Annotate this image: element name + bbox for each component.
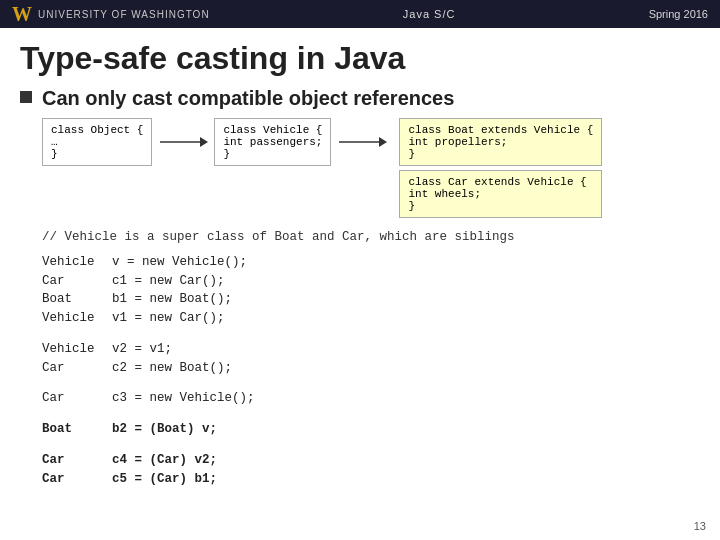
- object-line3: }: [51, 148, 143, 160]
- code-line-c1: Carc1 = new Car();: [42, 272, 700, 291]
- object-line1: class Object {: [51, 124, 143, 136]
- vehicle-line2: int passengers;: [223, 136, 322, 148]
- class-diagram: class Object { … } class Vehicle { int p…: [42, 118, 700, 218]
- code-block-5: Carc4 = (Car) v2; Carc5 = (Car) b1;: [42, 451, 700, 489]
- code-line-b1: Boatb1 = new Boat();: [42, 290, 700, 309]
- uw-logo: W UNIVERSITY of WASHINGTON: [12, 3, 210, 26]
- code-block-1: Vehiclev = new Vehicle(); Carc1 = new Ca…: [42, 253, 700, 328]
- car-class-box: class Car extends Vehicle { int wheels; …: [399, 170, 602, 218]
- code-comment: // Vehicle is a super class of Boat and …: [42, 228, 700, 247]
- bullet-icon: [20, 91, 32, 103]
- semester-label: Spring 2016: [649, 8, 708, 20]
- boat-line1: class Boat extends Vehicle {: [408, 124, 593, 136]
- boat-line3: }: [408, 148, 593, 160]
- code-section: // Vehicle is a super class of Boat and …: [42, 228, 700, 488]
- vehicle-line1: class Vehicle {: [223, 124, 322, 136]
- subclass-column: class Boat extends Vehicle { int propell…: [399, 118, 602, 218]
- arrow-vehicle-subclasses: [337, 132, 387, 152]
- code-line-c2: Carc2 = new Boat();: [42, 359, 700, 378]
- code-block-3: Carc3 = new Vehicle();: [42, 389, 700, 408]
- vehicle-class-box: class Vehicle { int passengers; }: [214, 118, 331, 166]
- code-line-b2: Boatb2 = (Boat) v;: [42, 420, 700, 439]
- car-line2: int wheels;: [408, 188, 593, 200]
- boat-class-box: class Boat extends Vehicle { int propell…: [399, 118, 602, 166]
- object-line2: …: [51, 136, 143, 148]
- code-line-c5: Carc5 = (Car) b1;: [42, 470, 700, 489]
- page-number: 13: [694, 520, 706, 532]
- slide-content: Type-safe casting in Java Can only cast …: [0, 28, 720, 498]
- bullet-item: Can only cast compatible object referenc…: [20, 87, 700, 110]
- uw-w-logo: W: [12, 3, 32, 26]
- slide-title: Type-safe casting in Java: [20, 40, 700, 77]
- boat-line2: int propellers;: [408, 136, 593, 148]
- arrow-object-vehicle: [158, 132, 208, 152]
- uw-name: UNIVERSITY of WASHINGTON: [38, 9, 210, 20]
- code-line-c3: Carc3 = new Vehicle();: [42, 389, 700, 408]
- code-block-2: Vehiclev2 = v1; Carc2 = new Boat();: [42, 340, 700, 378]
- car-line1: class Car extends Vehicle {: [408, 176, 593, 188]
- course-title: Java S/C: [403, 8, 456, 20]
- vehicle-line3: }: [223, 148, 322, 160]
- code-line-c4: Carc4 = (Car) v2;: [42, 451, 700, 470]
- code-line-v1: Vehiclev1 = new Car();: [42, 309, 700, 328]
- object-class-box: class Object { … }: [42, 118, 152, 166]
- bullet-text: Can only cast compatible object referenc…: [42, 87, 454, 110]
- header: W UNIVERSITY of WASHINGTON Java S/C Spri…: [0, 0, 720, 28]
- code-block-4: Boatb2 = (Boat) v;: [42, 420, 700, 439]
- car-line3: }: [408, 200, 593, 212]
- code-line-v2: Vehiclev2 = v1;: [42, 340, 700, 359]
- svg-marker-3: [379, 137, 387, 147]
- code-line-v: Vehiclev = new Vehicle();: [42, 253, 700, 272]
- svg-marker-1: [200, 137, 208, 147]
